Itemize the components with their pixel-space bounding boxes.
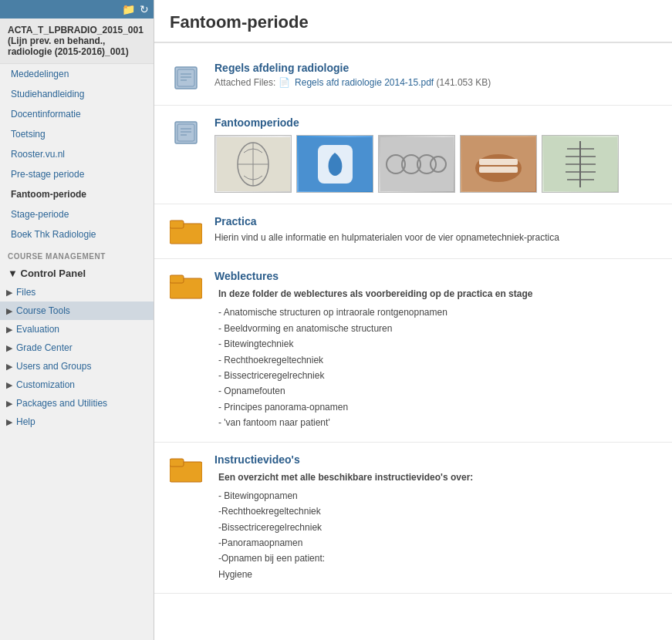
svg-rect-33: [170, 221, 184, 228]
instructievideo-bullet-4: -Opnamen bij een patient:: [218, 551, 657, 566]
svg-rect-0: [175, 67, 197, 89]
block-instructievideo: Instructievideo's Een overzicht met alle…: [154, 443, 672, 595]
regels-body: Regels afdeling radiologie Attached File…: [214, 62, 657, 88]
sidebar-item-toetsing[interactable]: Toetsing: [0, 124, 154, 144]
weblectures-bullet-7: - 'van fantoom naar patient': [218, 415, 657, 430]
regels-heading: Regels afdeling radiologie: [214, 62, 657, 74]
instructievideo-list: Een overzicht met alle beschikbare instr…: [214, 470, 657, 583]
packages-arrow: ▶: [6, 399, 12, 409]
page-title: Fantoom-periode: [170, 12, 657, 32]
sidebar-nav: Mededelingen Studiehandleiding Docentinf…: [0, 64, 154, 244]
instructievideo-bullet-5: Hygiene: [218, 567, 657, 582]
course-management-label: COURSE MANAGEMENT: [0, 244, 154, 264]
files-arrow: ▶: [6, 288, 12, 298]
thumbnail-diagram[interactable]: [542, 135, 619, 193]
weblectures-bullet-1: - Beeldvorming en anatomische structuren: [218, 321, 657, 336]
weblectures-bullet-5: - Opnamefouten: [218, 383, 657, 399]
main-header: Fantoom-periode: [154, 0, 672, 43]
attached-files: Attached Files: 📄 Regels afd radiologie …: [214, 77, 657, 88]
weblectures-heading: Weblectures: [214, 270, 657, 282]
main-content: Fantoom-periode Regels afdeling radiolog…: [154, 0, 672, 640]
file-size: (141.053 KB): [437, 77, 491, 88]
block-weblectures: Weblectures In deze folder de weblecture…: [154, 259, 672, 443]
sidebar-item-fantoom[interactable]: Fantoom-periode: [0, 184, 154, 204]
weblectures-body: Weblectures In deze folder de weblecture…: [214, 270, 657, 431]
regels-icon: [170, 62, 202, 94]
practica-desc: Hierin vind u alle informatie en hulpmat…: [214, 231, 657, 244]
control-item-customization[interactable]: ▶ Customization: [0, 376, 154, 394]
weblectures-bullet-6: - Principes panorama-opnamen: [218, 399, 657, 415]
block-practica: Practica Hierin vind u alle informatie e…: [154, 204, 672, 259]
fantoomperiode-heading: Fantoomperiode: [214, 116, 657, 129]
block-regels: Regels afdeling radiologie Attached File…: [154, 51, 672, 106]
svg-rect-23: [479, 159, 518, 165]
attached-file-link[interactable]: Regels afd radiologie 2014-15.pdf: [295, 77, 434, 88]
evaluation-arrow: ▶: [6, 325, 12, 335]
control-item-files[interactable]: ▶ Files: [0, 283, 154, 301]
collapse-arrow[interactable]: ▼: [8, 268, 18, 279]
instructievideo-bullet-1: -Rechthoekregeltechniek: [218, 504, 657, 519]
thumbnail-blue[interactable]: [296, 135, 373, 193]
course-tools-arrow: ▶: [6, 306, 12, 316]
instructievideo-bullet-2: -Bissectriceregelrechniek: [218, 520, 657, 535]
help-arrow: ▶: [6, 417, 12, 427]
weblectures-bullet-0: - Anatomische structuren op intraorale r…: [218, 305, 657, 320]
practica-heading: Practica: [214, 215, 657, 227]
instructievideo-bullet-3: -Panoramaopnamen: [218, 535, 657, 551]
thumbnail-skin[interactable]: [460, 135, 537, 193]
svg-rect-37: [170, 459, 184, 467]
sidebar: 📁 ↻ ACTA_T_LPBRADIO_2015_001 (Lijn prev.…: [0, 0, 154, 640]
svg-rect-24: [479, 167, 518, 173]
control-panel-title: ▼ Control Panel: [0, 264, 154, 283]
pdf-icon: 📄: [279, 77, 290, 88]
customization-arrow: ▶: [6, 380, 12, 390]
block-fantoomperiode: Fantoomperiode: [154, 106, 672, 204]
weblectures-bullet-2: - Bitewingtechniek: [218, 336, 657, 352]
instructievideo-icon: [170, 453, 202, 486]
svg-rect-35: [170, 275, 184, 283]
practica-body: Practica Hierin vind u alle informatie e…: [214, 215, 657, 244]
weblectures-bullet-4: - Bissectriceregelrechniek: [218, 368, 657, 383]
sidebar-item-docentinformatie[interactable]: Docentinformatie: [0, 104, 154, 124]
thumbnail-xray[interactable]: [378, 135, 455, 193]
weblectures-bullet-3: - Rechthoekregeltechniek: [218, 352, 657, 368]
instructievideo-intro: Een overzicht met alle beschikbare instr…: [218, 470, 657, 485]
content-area: Regels afdeling radiologie Attached File…: [154, 43, 672, 601]
course-title: ACTA_T_LPBRADIO_2015_001 (Lijn prev. en …: [0, 19, 154, 64]
sidebar-item-mededelingen[interactable]: Mededelingen: [0, 64, 154, 84]
practica-icon: [170, 215, 202, 248]
instructievideo-body: Instructievideo's Een overzicht met alle…: [214, 453, 657, 583]
thumbnail-sketch[interactable]: [214, 135, 292, 193]
users-and-groups-arrow: ▶: [6, 362, 12, 372]
instructievideo-bullet-0: - Bitewingopnamen: [218, 488, 657, 504]
fantoomperiode-body: Fantoomperiode: [214, 116, 657, 193]
svg-rect-5: [175, 122, 197, 143]
weblectures-list: In deze folder de weblectures als voorbe…: [214, 286, 657, 431]
grade-center-arrow: ▶: [6, 343, 12, 353]
sidebar-item-boek[interactable]: Boek Thk Radiologie: [0, 224, 154, 244]
sidebar-item-studiehandleiding[interactable]: Studiehandleiding: [0, 84, 154, 104]
refresh-icon[interactable]: ↻: [140, 3, 149, 15]
control-item-evaluation[interactable]: ▶ Evaluation: [0, 320, 154, 339]
sidebar-top-bar: 📁 ↻: [0, 0, 154, 19]
control-item-users-and-groups[interactable]: ▶ Users and Groups: [0, 357, 154, 376]
sidebar-item-rooster[interactable]: Rooster.vu.nl: [0, 144, 154, 164]
thumbnail-row: [214, 135, 657, 193]
folder-icon[interactable]: 📁: [122, 3, 135, 15]
control-item-course-tools[interactable]: ▶ Course Tools: [0, 301, 154, 320]
sidebar-item-stage[interactable]: Stage-periode: [0, 204, 154, 224]
control-item-help[interactable]: ▶ Help: [0, 413, 154, 431]
fantoomperiode-icon: [170, 116, 202, 149]
weblectures-icon: [170, 270, 202, 302]
instructievideo-heading: Instructievideo's: [214, 453, 657, 466]
sidebar-item-pre-stage[interactable]: Pre-stage periode: [0, 164, 154, 184]
control-item-grade-center[interactable]: ▶ Grade Center: [0, 339, 154, 357]
control-item-packages-utilities[interactable]: ▶ Packages and Utilities: [0, 394, 154, 413]
weblectures-intro: In deze folder de weblectures als voorbe…: [218, 286, 657, 301]
